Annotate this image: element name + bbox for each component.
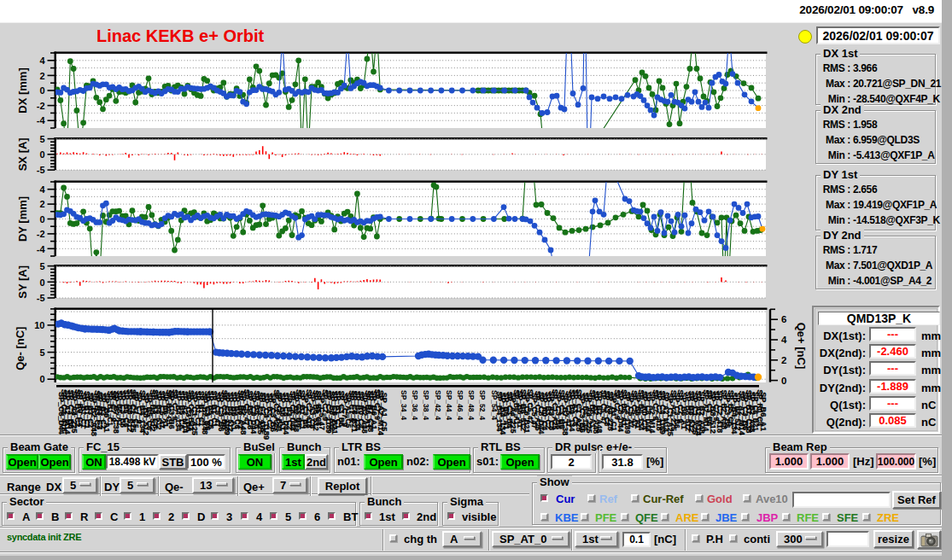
svg-text:SP_48_4: SP_48_4 bbox=[467, 390, 476, 420]
svg-text:0: 0 bbox=[39, 149, 44, 160]
svg-text:DY [mm]: DY [mm] bbox=[16, 196, 29, 242]
svg-text:0: 0 bbox=[39, 277, 44, 288]
svg-text:5: 5 bbox=[39, 261, 44, 271]
svg-text:Qe+ [nC]: Qe+ [nC] bbox=[795, 323, 808, 370]
svg-text:SP_44_4: SP_44_4 bbox=[445, 390, 453, 420]
svg-text:SP_42_4: SP_42_4 bbox=[434, 390, 442, 420]
svg-text:SP_46_4: SP_46_4 bbox=[456, 390, 464, 420]
svg-text:0: 0 bbox=[39, 85, 44, 96]
svg-text:SP_A1_C5: SP_A1_C5 bbox=[380, 393, 388, 432]
svg-text:5: 5 bbox=[39, 347, 44, 358]
svg-text:SP_B6_A1: SP_B6_A1 bbox=[759, 392, 768, 431]
svg-text:-2: -2 bbox=[37, 229, 45, 239]
svg-text:4: 4 bbox=[39, 184, 45, 195]
svg-text:SP_52_4: SP_52_4 bbox=[478, 390, 487, 420]
svg-text:SP_38_4: SP_38_4 bbox=[422, 390, 430, 420]
svg-text:-5: -5 bbox=[37, 165, 45, 175]
svg-text:SY [A]: SY [A] bbox=[16, 265, 29, 299]
svg-text:4: 4 bbox=[39, 55, 45, 66]
svg-text:2: 2 bbox=[781, 355, 786, 365]
svg-text:SX [A]: SX [A] bbox=[16, 137, 29, 171]
svg-text:10: 10 bbox=[34, 320, 44, 330]
svg-text:0: 0 bbox=[781, 376, 786, 386]
svg-text:-5: -5 bbox=[37, 293, 45, 303]
svg-text:-2: -2 bbox=[37, 101, 45, 111]
svg-text:SP_36_4: SP_36_4 bbox=[411, 390, 419, 420]
svg-text:-4: -4 bbox=[37, 244, 46, 254]
svg-text:0: 0 bbox=[39, 214, 44, 225]
svg-text:2: 2 bbox=[39, 199, 44, 209]
svg-text:5: 5 bbox=[39, 134, 44, 144]
svg-text:6: 6 bbox=[781, 314, 786, 324]
svg-text:SP_34_4: SP_34_4 bbox=[400, 390, 408, 420]
svg-text:Qe- [nC]: Qe- [nC] bbox=[14, 327, 26, 370]
svg-text:0: 0 bbox=[39, 374, 44, 384]
svg-text:DX [mm]: DX [mm] bbox=[16, 67, 29, 113]
svg-text:2: 2 bbox=[39, 71, 44, 81]
svg-text:4: 4 bbox=[781, 335, 787, 345]
svg-text:-4: -4 bbox=[37, 115, 46, 125]
